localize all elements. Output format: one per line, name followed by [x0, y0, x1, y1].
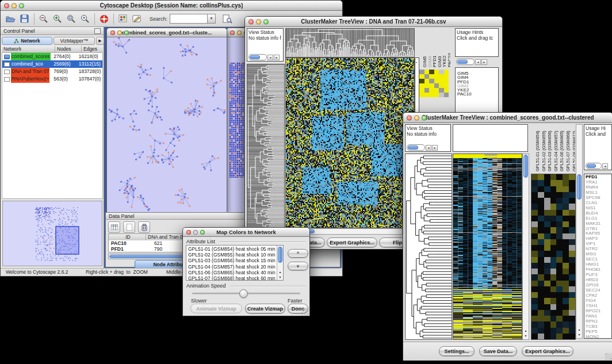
- scroll-right-icon[interactable]: ▸: [274, 55, 280, 60]
- minimize-button[interactable]: [256, 19, 261, 24]
- matrix-cell[interactable]: [439, 79, 444, 83]
- save-session-button[interactable]: [18, 13, 32, 25]
- scroll-left-icon[interactable]: ◂: [602, 163, 608, 169]
- matrix-cell[interactable]: [434, 74, 439, 79]
- tab-vizmapper[interactable]: VizMapper™: [53, 37, 95, 45]
- move-down-button[interactable]: v: [288, 262, 308, 270]
- create-vizmap-button[interactable]: Create Vizmap: [245, 304, 285, 313]
- matrix-cell[interactable]: [429, 74, 434, 79]
- matrix-cell[interactable]: [444, 88, 449, 93]
- network-canvas[interactable]: [107, 37, 225, 212]
- dialog-titlebar[interactable]: Map Colors to Network: [183, 228, 309, 237]
- tv2-zoom-vscrollbar[interactable]: ▴ ▾: [576, 124, 583, 339]
- matrix-cell[interactable]: [429, 93, 434, 97]
- tv2-button-1[interactable]: Save Data...: [479, 346, 517, 356]
- close-button[interactable]: [110, 30, 115, 35]
- matrix-cell[interactable]: [419, 74, 424, 79]
- view-status-scrollbar[interactable]: ◂ ▸: [248, 54, 280, 60]
- matrix-cell[interactable]: [419, 79, 424, 83]
- minimize-button[interactable]: [117, 30, 122, 35]
- matrix-cell[interactable]: [424, 83, 430, 88]
- scrollbar-thumb[interactable]: [457, 60, 468, 64]
- minimize-button[interactable]: [12, 3, 17, 8]
- attribute-list-item[interactable]: GPL51-06 (GSM865) heat shock 40 min: [186, 270, 277, 275]
- scrollbar-thumb[interactable]: [587, 164, 596, 168]
- treeview2-titlebar[interactable]: ClusterMaker TreeView : combined_scores_…: [403, 113, 612, 123]
- matrix-cell[interactable]: [439, 88, 444, 93]
- matrix-cell[interactable]: [444, 74, 449, 79]
- matrix-cell[interactable]: [424, 93, 430, 97]
- tv2-row-dendrogram[interactable]: [405, 154, 452, 340]
- network-overview-panel[interactable]: [2, 201, 102, 266]
- zoom-row-label[interactable]: PAC10: [456, 92, 498, 96]
- matrix-cell[interactable]: [424, 88, 430, 93]
- select-attributes-button[interactable]: [108, 221, 120, 233]
- scroll-left-icon[interactable]: ◂: [426, 145, 431, 151]
- speed-slider-thumb[interactable]: [239, 289, 248, 298]
- matrix-cell[interactable]: [429, 83, 434, 88]
- tv1-zoom-matrix[interactable]: [419, 70, 449, 97]
- resize-grip[interactable]: [302, 308, 309, 315]
- matrix-cell[interactable]: [434, 70, 439, 74]
- tv2-column-dendrogram[interactable]: [453, 124, 528, 152]
- help-ring-icon[interactable]: [97, 13, 111, 25]
- close-button[interactable]: [4, 3, 9, 8]
- matrix-cell[interactable]: [439, 83, 444, 88]
- usage-hints-scrollbar[interactable]: ◂: [586, 163, 608, 169]
- matrix-cell[interactable]: [424, 79, 430, 83]
- zoom-button[interactable]: [422, 115, 427, 120]
- tv2-heatmap[interactable]: [453, 154, 522, 340]
- minimize-button[interactable]: [237, 30, 242, 35]
- scroll-left-icon[interactable]: ◂: [267, 55, 273, 60]
- tv1-heatmap[interactable]: [285, 58, 415, 228]
- close-button[interactable]: [230, 30, 235, 35]
- close-button[interactable]: [186, 230, 191, 235]
- matrix-cell[interactable]: [419, 83, 424, 88]
- main-titlebar[interactable]: Cytoscape Desktop (Session Name: collins…: [1, 1, 342, 11]
- scroll-down-icon[interactable]: ▾: [576, 332, 582, 338]
- scrollbar-track[interactable]: [407, 144, 425, 151]
- network-window-titlebar[interactable]: combined_scores_good.txt--cluste...: [107, 28, 227, 37]
- matrix-cell[interactable]: [434, 93, 439, 97]
- scroll-right-icon[interactable]: ▸: [481, 59, 487, 65]
- attribute-list-item[interactable]: GPL51-07 (GSM868) heat shock 60 min: [186, 275, 277, 281]
- move-up-button[interactable]: ^: [288, 249, 308, 258]
- network-list-row[interactable]: combined_scores2764(0)16218(0): [2, 53, 102, 60]
- scrollbar-thumb[interactable]: [523, 155, 528, 178]
- matrix-cell[interactable]: [444, 93, 449, 97]
- matrix-cell[interactable]: [444, 70, 449, 74]
- column-header-nodes[interactable]: Nodes: [55, 46, 82, 52]
- scrollbar-thumb[interactable]: [250, 55, 260, 59]
- new-attribute-button[interactable]: [123, 221, 135, 233]
- matrix-cell[interactable]: [429, 79, 434, 83]
- scroll-up-icon[interactable]: ▴: [576, 327, 582, 332]
- zoom-button[interactable]: [124, 30, 129, 35]
- matrix-cell[interactable]: [429, 70, 434, 74]
- scroll-down-icon[interactable]: ▾: [277, 275, 283, 280]
- search-input[interactable]: [170, 14, 208, 24]
- tv1-usage-scrollbar[interactable]: ◂ ▸: [456, 59, 487, 65]
- matrix-cell[interactable]: [424, 70, 430, 74]
- minimize-button[interactable]: [414, 115, 419, 120]
- scrollbar-track[interactable]: [586, 163, 602, 169]
- zoom-button[interactable]: [200, 230, 205, 235]
- tv1-button-2[interactable]: Export Graphics...: [327, 237, 377, 247]
- zoom-selected-button[interactable]: [64, 13, 78, 25]
- matrix-cell[interactable]: [444, 83, 449, 88]
- float-panel-icon[interactable]: [94, 28, 101, 34]
- zoom-fit-button[interactable]: [78, 13, 92, 25]
- gene-label[interactable]: MON2: [584, 335, 611, 339]
- matrix-cell[interactable]: [444, 79, 449, 83]
- search-database-icon[interactable]: [220, 13, 234, 25]
- more-tabs-button[interactable]: ▶: [96, 37, 104, 45]
- open-session-button[interactable]: [4, 13, 18, 25]
- scroll-right-icon[interactable]: ▸: [432, 145, 438, 151]
- tv2-zoom-heatmap[interactable]: [531, 174, 576, 340]
- network-list-row[interactable]: combined_sco2569(6)13112(15): [2, 60, 102, 68]
- network-list-row[interactable]: RNAPuberNov2+563(0)107847(0): [2, 75, 102, 83]
- tab-network[interactable]: Network: [2, 37, 52, 45]
- matrix-cell[interactable]: [434, 83, 439, 88]
- matrix-cell[interactable]: [439, 70, 444, 74]
- scroll-up-icon[interactable]: ▴: [277, 270, 283, 275]
- scroll-up-icon[interactable]: ▴: [523, 328, 529, 334]
